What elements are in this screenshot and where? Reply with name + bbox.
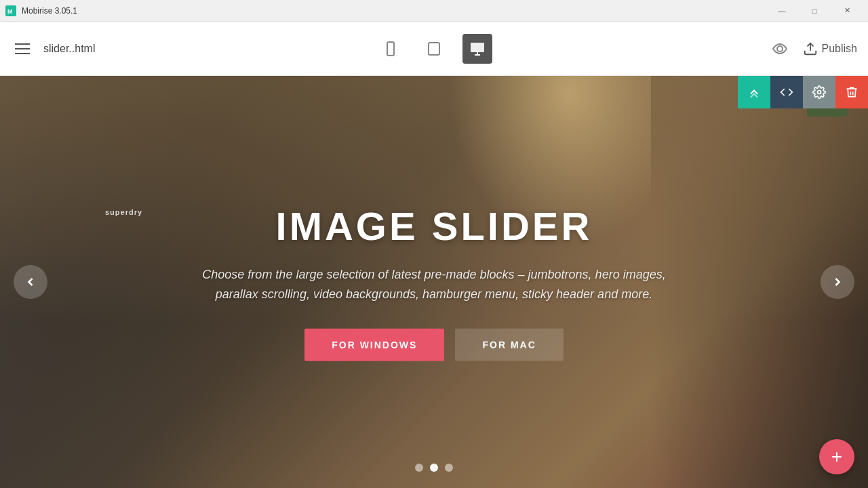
device-controls <box>376 34 492 64</box>
close-button[interactable]: ✕ <box>831 0 863 22</box>
mobile-view-button[interactable] <box>376 34 406 64</box>
toolbar: slider..html <box>0 22 868 76</box>
slider-subtitle: Choose from the large selection of lates… <box>197 265 671 304</box>
maximize-button[interactable]: □ <box>799 0 830 22</box>
superdry-sign: superdry <box>105 208 142 216</box>
app-title: Mobirise 3.05.1 <box>22 6 761 16</box>
filename-label: slider..html <box>43 43 95 55</box>
slide-dot-1[interactable] <box>415 464 423 472</box>
slider-buttons: FOR WINDOWS FOR MAC <box>197 328 671 361</box>
add-block-fab[interactable]: + <box>819 439 854 474</box>
svg-rect-4 <box>429 43 439 55</box>
svg-text:M: M <box>7 8 13 15</box>
next-slide-button[interactable] <box>821 265 854 299</box>
title-bar: M Mobirise 3.05.1 — □ ✕ <box>0 0 868 22</box>
svg-rect-2 <box>387 42 394 56</box>
windows-button[interactable]: FOR WINDOWS <box>304 328 444 361</box>
delete-block-button[interactable] <box>835 76 868 108</box>
block-settings-button[interactable] <box>803 76 835 108</box>
publish-label: Publish <box>822 43 857 55</box>
canvas-area: ★ superdry <box>0 76 868 488</box>
desktop-view-button[interactable] <box>462 34 492 64</box>
hamburger-menu-button[interactable] <box>11 37 35 61</box>
preview-button[interactable] <box>768 37 792 61</box>
slide-dot-2[interactable] <box>430 464 438 472</box>
block-controls <box>738 76 868 108</box>
tablet-view-button[interactable] <box>419 34 449 64</box>
mac-button[interactable]: FOR MAC <box>455 328 563 361</box>
slider-title: IMAGE SLIDER <box>197 203 671 249</box>
publish-button[interactable]: Publish <box>803 41 857 56</box>
slider-content: IMAGE SLIDER Choose from the large selec… <box>197 203 671 361</box>
prev-slide-button[interactable] <box>14 265 47 299</box>
arrange-block-button[interactable] <box>738 76 770 108</box>
slide-dot-3[interactable] <box>445 464 453 472</box>
app-icon: M <box>5 5 16 16</box>
slide-dots <box>415 464 453 472</box>
svg-point-7 <box>777 46 783 52</box>
edit-code-button[interactable] <box>770 76 803 108</box>
right-controls: Publish <box>768 37 857 61</box>
window-controls: — □ ✕ <box>766 0 863 22</box>
minimize-button[interactable]: — <box>766 0 797 22</box>
svg-point-9 <box>818 91 821 94</box>
svg-rect-6 <box>471 43 484 52</box>
